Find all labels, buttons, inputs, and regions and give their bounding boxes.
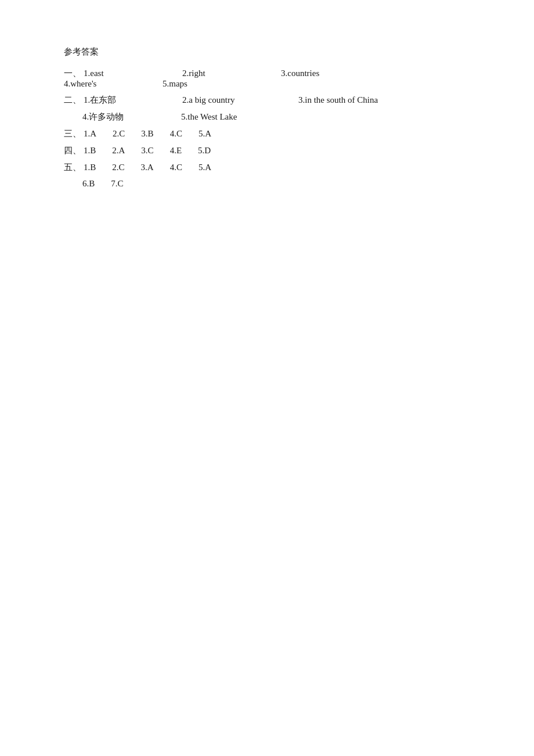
san-item-4: 4.C [170,129,182,139]
section-si-label: 四、 [64,145,81,156]
si-item-1: 1.B [84,146,96,156]
wu-item-5: 5.A [199,163,211,172]
san-item-5: 5.A [199,129,211,139]
er-item-3: 3.in the south of China [298,95,378,105]
san-item-3: 3.B [141,129,153,139]
san-item-2: 2.C [113,129,125,139]
yi-item-1: 1.east [84,69,159,78]
wu-item-2: 2.C [112,163,124,172]
er-item-1: 1.在东部 [84,95,159,106]
er-item-5: 5.the West Lake [181,112,237,122]
san-item-1: 1.A [84,129,96,139]
wu-item-1: 1.B [84,163,96,172]
page-content: 参考答案 一、 1.east 2.right 3.countries 4.whe… [0,0,534,241]
section-er-label: 二、 [64,95,81,106]
er-item-4: 4.许多动物 [82,111,158,123]
si-item-5: 5.D [198,146,211,156]
yi-item-2: 2.right [182,69,258,78]
section-er-row2: 4.许多动物 5.the West Lake [64,111,470,123]
section-wu-row2: 6.B 7.C [64,179,470,189]
si-item-2: 2.A [112,146,125,156]
si-item-4: 4.E [170,146,182,156]
si-item-3: 3.C [141,146,153,156]
wu-item-4: 4.C [170,163,182,172]
wu-item-6: 6.B [82,179,95,189]
section-er-row1: 二、 1.在东部 2.a big country 3.in the south … [64,95,470,106]
yi-item-4: 4.where's [64,79,139,89]
section-yi-label: 一、 [64,68,81,79]
er-item-2: 2.a big country [182,95,275,105]
answer-key-title: 参考答案 [64,46,470,57]
section-yi: 一、 1.east 2.right 3.countries 4.where's … [64,68,470,89]
yi-item-5: 5.maps [163,79,187,89]
section-san-label: 三、 [64,128,81,139]
wu-item-7: 7.C [111,179,123,189]
section-si: 四、 1.B 2.A 3.C 4.E 5.D [64,145,470,156]
section-san: 三、 1.A 2.C 3.B 4.C 5.A [64,128,470,139]
wu-item-3: 3.A [141,163,154,172]
section-wu-label: 五、 [64,162,81,173]
yi-item-3: 3.countries [281,69,356,78]
section-wu-row1: 五、 1.B 2.C 3.A 4.C 5.A [64,162,470,173]
